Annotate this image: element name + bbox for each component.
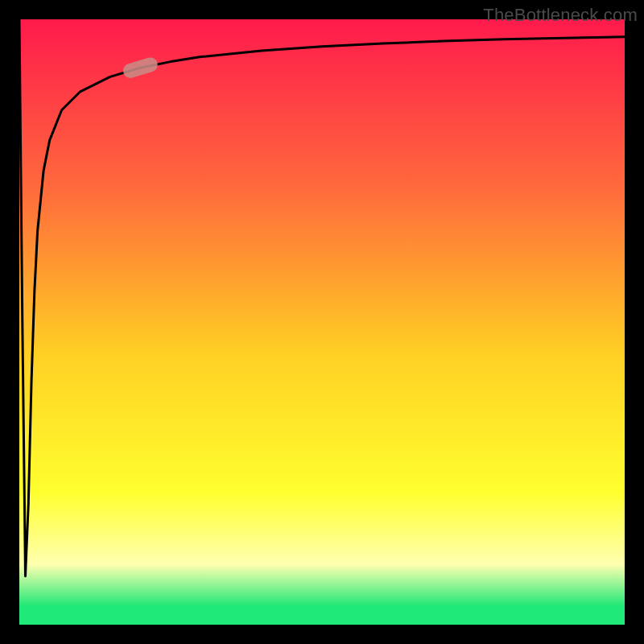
chart-stage: TheBottleneck.com [0,0,644,644]
bottleneck-curve [19,19,625,576]
plot-area [19,19,625,625]
curve-marker [122,56,159,80]
watermark-text: TheBottleneck.com [483,5,638,26]
curve-layer [19,19,625,625]
marker-pill [122,56,159,80]
